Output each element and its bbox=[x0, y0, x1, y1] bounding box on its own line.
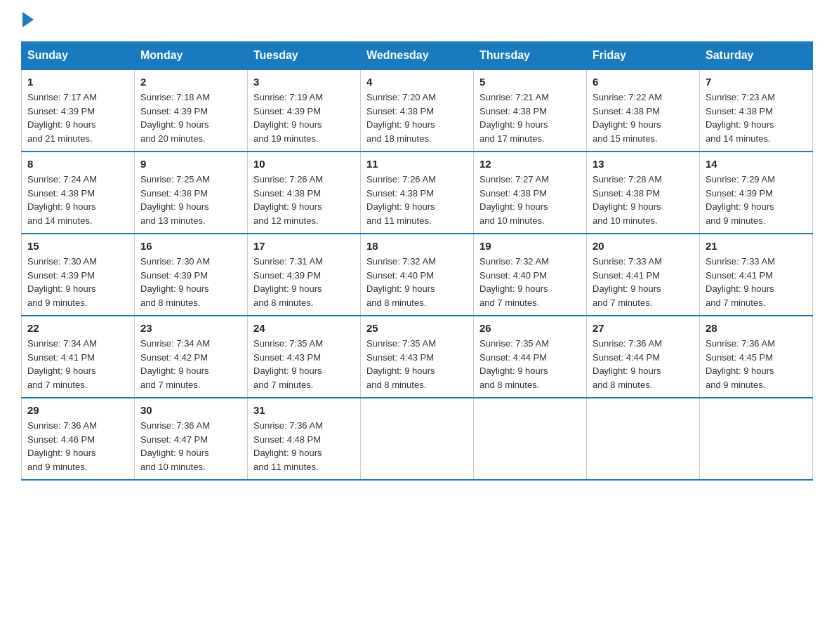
calendar-day-24: 24Sunrise: 7:35 AMSunset: 4:43 PMDayligh… bbox=[248, 316, 361, 398]
day-info: Sunrise: 7:36 AMSunset: 4:47 PMDaylight:… bbox=[140, 419, 241, 474]
calendar-day-27: 27Sunrise: 7:36 AMSunset: 4:44 PMDayligh… bbox=[587, 316, 700, 398]
calendar-day-9: 9Sunrise: 7:25 AMSunset: 4:38 PMDaylight… bbox=[135, 152, 248, 234]
day-info: Sunrise: 7:31 AMSunset: 4:39 PMDaylight:… bbox=[253, 255, 355, 309]
day-number: 8 bbox=[27, 158, 128, 170]
day-info: Sunrise: 7:24 AMSunset: 4:38 PMDaylight:… bbox=[27, 173, 128, 227]
day-info: Sunrise: 7:36 AMSunset: 4:46 PMDaylight:… bbox=[27, 419, 128, 474]
empty-cell bbox=[700, 398, 813, 480]
day-number: 22 bbox=[27, 322, 128, 334]
day-info: Sunrise: 7:36 AMSunset: 4:44 PMDaylight:… bbox=[593, 337, 694, 391]
calendar-day-25: 25Sunrise: 7:35 AMSunset: 4:43 PMDayligh… bbox=[361, 316, 474, 398]
day-info: Sunrise: 7:20 AMSunset: 4:38 PMDaylight:… bbox=[366, 90, 468, 145]
day-header-saturday: Saturday bbox=[700, 42, 813, 70]
day-info: Sunrise: 7:21 AMSunset: 4:38 PMDaylight:… bbox=[479, 90, 581, 145]
empty-cell bbox=[587, 398, 700, 480]
day-number: 9 bbox=[140, 158, 241, 170]
calendar-day-5: 5Sunrise: 7:21 AMSunset: 4:38 PMDaylight… bbox=[474, 69, 587, 152]
day-number: 19 bbox=[479, 240, 581, 252]
calendar-day-14: 14Sunrise: 7:29 AMSunset: 4:39 PMDayligh… bbox=[700, 152, 813, 234]
day-number: 13 bbox=[593, 158, 694, 170]
calendar-day-31: 31Sunrise: 7:36 AMSunset: 4:48 PMDayligh… bbox=[248, 398, 361, 480]
day-header-friday: Friday bbox=[587, 42, 700, 70]
day-header-sunday: Sunday bbox=[22, 42, 135, 70]
calendar-day-11: 11Sunrise: 7:26 AMSunset: 4:38 PMDayligh… bbox=[361, 152, 474, 234]
day-number: 29 bbox=[27, 404, 128, 416]
calendar-day-23: 23Sunrise: 7:34 AMSunset: 4:42 PMDayligh… bbox=[135, 316, 248, 398]
day-header-wednesday: Wednesday bbox=[361, 42, 474, 70]
calendar-day-4: 4Sunrise: 7:20 AMSunset: 4:38 PMDaylight… bbox=[361, 69, 474, 152]
day-info: Sunrise: 7:36 AMSunset: 4:45 PMDaylight:… bbox=[706, 337, 807, 391]
calendar-header-row: SundayMondayTuesdayWednesdayThursdayFrid… bbox=[22, 42, 813, 70]
day-number: 12 bbox=[479, 158, 581, 170]
day-number: 16 bbox=[140, 240, 241, 252]
day-number: 11 bbox=[366, 158, 468, 170]
calendar-day-7: 7Sunrise: 7:23 AMSunset: 4:38 PMDaylight… bbox=[700, 69, 813, 152]
day-info: Sunrise: 7:19 AMSunset: 4:39 PMDaylight:… bbox=[253, 90, 355, 145]
day-number: 30 bbox=[140, 404, 241, 416]
calendar-day-19: 19Sunrise: 7:32 AMSunset: 4:40 PMDayligh… bbox=[474, 234, 587, 316]
day-info: Sunrise: 7:35 AMSunset: 4:43 PMDaylight:… bbox=[366, 337, 468, 391]
day-info: Sunrise: 7:17 AMSunset: 4:39 PMDaylight:… bbox=[27, 90, 128, 145]
day-info: Sunrise: 7:25 AMSunset: 4:38 PMDaylight:… bbox=[140, 173, 241, 227]
day-number: 17 bbox=[253, 240, 355, 252]
day-number: 3 bbox=[253, 76, 355, 88]
day-info: Sunrise: 7:35 AMSunset: 4:43 PMDaylight:… bbox=[253, 337, 355, 391]
calendar-day-20: 20Sunrise: 7:33 AMSunset: 4:41 PMDayligh… bbox=[587, 234, 700, 316]
day-number: 4 bbox=[366, 76, 468, 88]
calendar-day-1: 1Sunrise: 7:17 AMSunset: 4:39 PMDaylight… bbox=[22, 69, 135, 152]
calendar-week-3: 15Sunrise: 7:30 AMSunset: 4:39 PMDayligh… bbox=[22, 234, 813, 316]
calendar-day-17: 17Sunrise: 7:31 AMSunset: 4:39 PMDayligh… bbox=[248, 234, 361, 316]
day-header-thursday: Thursday bbox=[474, 42, 587, 70]
day-number: 26 bbox=[479, 322, 581, 334]
day-header-tuesday: Tuesday bbox=[248, 42, 361, 70]
page-header bbox=[21, 14, 813, 27]
day-number: 18 bbox=[366, 240, 468, 252]
day-info: Sunrise: 7:30 AMSunset: 4:39 PMDaylight:… bbox=[140, 255, 241, 309]
day-number: 27 bbox=[593, 322, 694, 334]
calendar-week-5: 29Sunrise: 7:36 AMSunset: 4:46 PMDayligh… bbox=[22, 398, 813, 480]
day-number: 10 bbox=[253, 158, 355, 170]
day-number: 31 bbox=[253, 404, 355, 416]
calendar-table: SundayMondayTuesdayWednesdayThursdayFrid… bbox=[21, 41, 813, 481]
day-number: 25 bbox=[366, 322, 468, 334]
day-info: Sunrise: 7:27 AMSunset: 4:38 PMDaylight:… bbox=[479, 173, 581, 227]
day-info: Sunrise: 7:33 AMSunset: 4:41 PMDaylight:… bbox=[593, 255, 694, 309]
day-header-monday: Monday bbox=[135, 42, 248, 70]
day-number: 21 bbox=[706, 240, 807, 252]
day-info: Sunrise: 7:32 AMSunset: 4:40 PMDaylight:… bbox=[366, 255, 468, 309]
day-number: 24 bbox=[253, 322, 355, 334]
day-number: 28 bbox=[706, 322, 807, 334]
day-info: Sunrise: 7:33 AMSunset: 4:41 PMDaylight:… bbox=[706, 255, 807, 309]
calendar-day-29: 29Sunrise: 7:36 AMSunset: 4:46 PMDayligh… bbox=[22, 398, 135, 480]
day-info: Sunrise: 7:23 AMSunset: 4:38 PMDaylight:… bbox=[706, 90, 807, 145]
day-info: Sunrise: 7:26 AMSunset: 4:38 PMDaylight:… bbox=[253, 173, 355, 227]
day-info: Sunrise: 7:30 AMSunset: 4:39 PMDaylight:… bbox=[27, 255, 128, 309]
calendar-day-16: 16Sunrise: 7:30 AMSunset: 4:39 PMDayligh… bbox=[135, 234, 248, 316]
day-info: Sunrise: 7:22 AMSunset: 4:38 PMDaylight:… bbox=[593, 90, 694, 145]
logo bbox=[21, 14, 34, 27]
calendar-day-21: 21Sunrise: 7:33 AMSunset: 4:41 PMDayligh… bbox=[700, 234, 813, 316]
calendar-day-28: 28Sunrise: 7:36 AMSunset: 4:45 PMDayligh… bbox=[700, 316, 813, 398]
day-info: Sunrise: 7:34 AMSunset: 4:42 PMDaylight:… bbox=[140, 337, 241, 391]
calendar-week-2: 8Sunrise: 7:24 AMSunset: 4:38 PMDaylight… bbox=[22, 152, 813, 234]
calendar-day-2: 2Sunrise: 7:18 AMSunset: 4:39 PMDaylight… bbox=[135, 69, 248, 152]
calendar-day-6: 6Sunrise: 7:22 AMSunset: 4:38 PMDaylight… bbox=[587, 69, 700, 152]
calendar-day-8: 8Sunrise: 7:24 AMSunset: 4:38 PMDaylight… bbox=[22, 152, 135, 234]
day-info: Sunrise: 7:32 AMSunset: 4:40 PMDaylight:… bbox=[479, 255, 581, 309]
empty-cell bbox=[361, 398, 474, 480]
day-info: Sunrise: 7:26 AMSunset: 4:38 PMDaylight:… bbox=[366, 173, 468, 227]
empty-cell bbox=[474, 398, 587, 480]
calendar-day-10: 10Sunrise: 7:26 AMSunset: 4:38 PMDayligh… bbox=[248, 152, 361, 234]
day-number: 6 bbox=[593, 76, 694, 88]
calendar-day-18: 18Sunrise: 7:32 AMSunset: 4:40 PMDayligh… bbox=[361, 234, 474, 316]
calendar-week-1: 1Sunrise: 7:17 AMSunset: 4:39 PMDaylight… bbox=[22, 69, 813, 152]
day-info: Sunrise: 7:29 AMSunset: 4:39 PMDaylight:… bbox=[706, 173, 807, 227]
calendar-day-15: 15Sunrise: 7:30 AMSunset: 4:39 PMDayligh… bbox=[22, 234, 135, 316]
day-info: Sunrise: 7:18 AMSunset: 4:39 PMDaylight:… bbox=[140, 90, 241, 145]
day-number: 7 bbox=[706, 76, 807, 88]
day-info: Sunrise: 7:34 AMSunset: 4:41 PMDaylight:… bbox=[27, 337, 128, 391]
calendar-day-26: 26Sunrise: 7:35 AMSunset: 4:44 PMDayligh… bbox=[474, 316, 587, 398]
calendar-day-3: 3Sunrise: 7:19 AMSunset: 4:39 PMDaylight… bbox=[248, 69, 361, 152]
calendar-day-22: 22Sunrise: 7:34 AMSunset: 4:41 PMDayligh… bbox=[22, 316, 135, 398]
day-info: Sunrise: 7:35 AMSunset: 4:44 PMDaylight:… bbox=[479, 337, 581, 391]
